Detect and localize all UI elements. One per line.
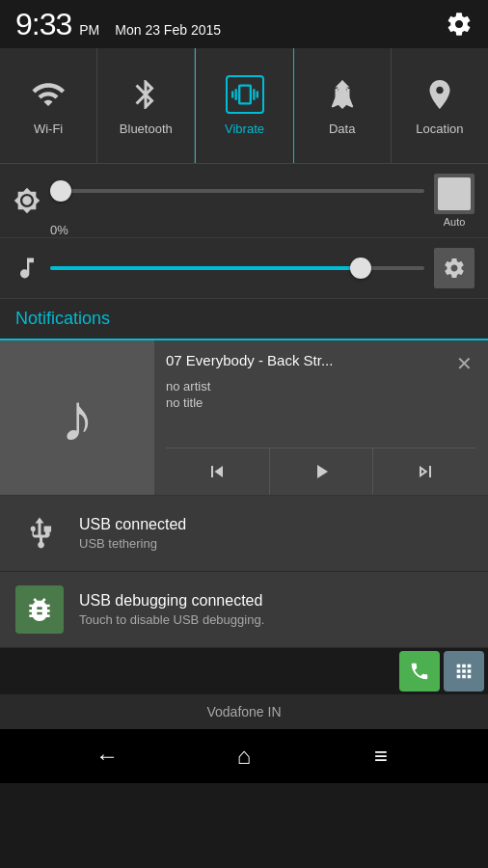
brightness-auto[interactable]: Auto [434, 174, 474, 228]
debug-subtitle: Touch to disable USB debugging. [79, 612, 473, 627]
nav-bar: ← ⌂ ≡ [0, 729, 488, 783]
vibrate-icon [226, 75, 264, 114]
phone-app-icon[interactable] [399, 651, 440, 692]
recents-icon: ≡ [374, 743, 388, 770]
brightness-row: 0% Auto [0, 164, 488, 238]
recents-button[interactable]: ≡ [357, 732, 405, 780]
previous-button[interactable] [166, 448, 270, 495]
music-controls [166, 448, 476, 495]
music-note-icon [14, 255, 41, 282]
wifi-toggle[interactable]: Wi-Fi [0, 48, 97, 163]
brightness-slider-wrapper: 0% [50, 181, 424, 220]
play-button[interactable] [270, 448, 374, 495]
time-block: 9:33 PM Mon 23 Feb 2015 [15, 7, 221, 42]
quick-toggles: Wi-Fi Bluetooth Vibrate [0, 48, 488, 164]
debug-icon [15, 585, 64, 634]
brightness-percent: 0% [50, 223, 68, 237]
date-display: Mon 23 Feb 2015 [115, 22, 221, 38]
carrier-bar: Vodafone IN [0, 694, 488, 729]
next-button[interactable] [373, 448, 476, 495]
music-title: 07 Everybody - Back Str... [166, 352, 452, 368]
location-icon [420, 75, 459, 114]
brightness-icon [14, 187, 41, 214]
home-button[interactable]: ⌂ [220, 732, 268, 780]
usb-title: USB connected [79, 516, 473, 533]
wifi-label: Wi-Fi [34, 122, 63, 136]
location-toggle[interactable]: Location [392, 48, 488, 163]
music-album-art: ♪ [0, 340, 154, 495]
usb-text-block: USB connected USB tethering [79, 516, 473, 551]
debug-title: USB debugging connected [79, 592, 473, 610]
usb-debug-notification[interactable]: USB debugging connected Touch to disable… [0, 572, 488, 648]
wifi-icon [29, 75, 68, 114]
vibrate-toggle[interactable]: Vibrate [195, 48, 293, 163]
back-button[interactable]: ← [83, 732, 131, 780]
volume-row [0, 238, 488, 299]
music-album-title: no title [166, 395, 476, 410]
notifications-title: Notifications [15, 309, 110, 328]
back-icon: ← [95, 743, 119, 770]
usb-icon [15, 509, 64, 557]
settings-icon[interactable] [446, 11, 473, 38]
music-info: 07 Everybody - Back Str... ✕ no artist n… [154, 340, 488, 495]
data-toggle[interactable]: Data [294, 48, 392, 163]
music-art-icon: ♪ [61, 379, 95, 456]
bluetooth-toggle[interactable]: Bluetooth [97, 48, 195, 163]
usb-connected-notification[interactable]: USB connected USB tethering [0, 496, 488, 572]
carrier-name: Vodafone IN [206, 704, 281, 719]
auto-label: Auto [444, 216, 466, 228]
data-icon [323, 75, 362, 114]
volume-settings-button[interactable] [434, 248, 474, 288]
dismiss-music-button[interactable]: ✕ [452, 352, 476, 375]
notifications-header: Notifications [0, 299, 488, 340]
apps-icon[interactable] [444, 651, 484, 692]
data-label: Data [329, 122, 355, 136]
music-artist: no artist [166, 379, 476, 393]
debug-text-block: USB debugging connected Touch to disable… [79, 592, 473, 627]
bluetooth-icon [126, 75, 165, 114]
status-bar: 9:33 PM Mon 23 Feb 2015 [0, 0, 488, 48]
usb-subtitle: USB tethering [79, 536, 473, 551]
bluetooth-label: Bluetooth [120, 122, 173, 136]
time-display: 9:33 [15, 7, 71, 42]
location-label: Location [416, 122, 463, 136]
home-icon: ⌂ [237, 743, 252, 770]
ampm-display: PM [79, 22, 99, 38]
music-notification[interactable]: ♪ 07 Everybody - Back Str... ✕ no artist… [0, 340, 488, 496]
volume-slider[interactable] [50, 258, 424, 278]
brightness-slider[interactable] [50, 181, 424, 201]
homescreen-strip [0, 648, 488, 694]
vibrate-label: Vibrate [225, 122, 264, 136]
